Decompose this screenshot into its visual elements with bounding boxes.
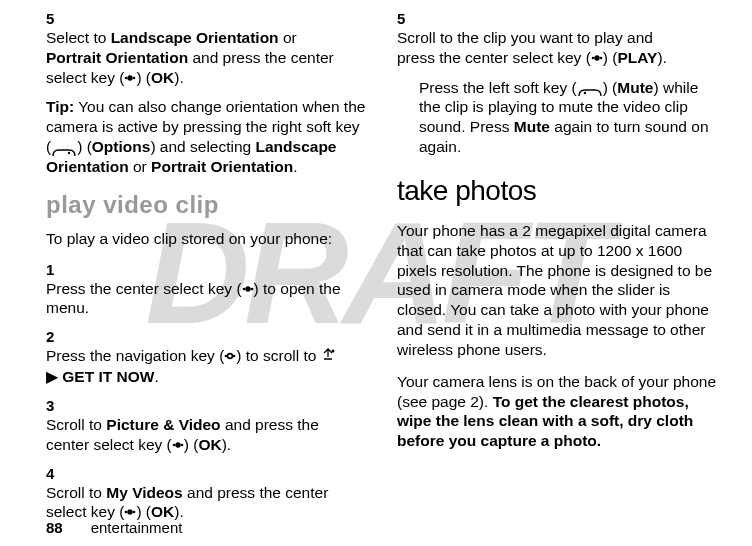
text: Select to [46, 29, 111, 46]
text: . [293, 158, 297, 175]
portrait-label: Portrait Orientation [46, 49, 188, 66]
play-step-3: 3 Scroll to Picture & Video and press th… [46, 397, 367, 455]
ok-label: OK [198, 436, 221, 453]
svg-point-11 [172, 443, 175, 446]
arrow-icon: ▶ [46, 368, 62, 385]
play-step-2: 2 Press the navigation key () to scroll … [46, 328, 367, 387]
svg-point-9 [233, 355, 236, 358]
center-key-icon [591, 53, 603, 63]
text: Scroll to [46, 484, 106, 501]
svg-point-2 [133, 76, 136, 79]
my-videos-label: My Videos [106, 484, 182, 501]
left-soft-key-icon [577, 83, 603, 94]
portrait-label: Portrait Orientation [151, 158, 293, 175]
step-number: 4 [46, 465, 68, 482]
svg-point-0 [125, 76, 128, 79]
right-step-5: 5 Scroll to the clip you want to play an… [397, 10, 718, 68]
text: Press the navigation key ( [46, 347, 224, 364]
svg-point-18 [594, 55, 599, 60]
text: Scroll to [46, 416, 106, 433]
svg-point-19 [600, 57, 603, 60]
ok-label: OK [151, 69, 174, 86]
step-number: 2 [46, 328, 68, 345]
tip-label: Tip: [46, 98, 74, 115]
options-label: Options [92, 138, 151, 155]
step-body: Press the center select key () to open t… [46, 279, 341, 319]
play-intro: To play a video clip stored on your phon… [46, 229, 367, 249]
step-body: Press the navigation key () to scroll to… [46, 346, 341, 387]
step-body: Select to Landscape Orientation or Portr… [46, 28, 341, 87]
text: ) ( [77, 138, 92, 155]
step-number: 3 [46, 397, 68, 414]
tip-paragraph: Tip: You can also change orientation whe… [46, 97, 367, 176]
get-it-now-icon [321, 347, 335, 367]
svg-point-4 [242, 287, 245, 290]
take-photos-para-1: Your phone has a 2 megapixel digital cam… [397, 221, 718, 360]
text: ). [174, 503, 183, 520]
nav-key-icon [224, 351, 236, 361]
svg-point-6 [250, 287, 253, 290]
mute-label: Mute [617, 79, 653, 96]
step-number: 5 [397, 10, 419, 27]
svg-point-5 [245, 286, 250, 291]
svg-point-15 [128, 510, 133, 515]
text: ) ( [184, 436, 199, 453]
text: Press the left soft key ( [419, 79, 577, 96]
page-content: 5 Select to Landscape Orientation or Por… [0, 0, 752, 532]
text: Press the center select key ( [46, 280, 242, 297]
take-photos-para-2: Your camera lens is on the back of your … [397, 372, 718, 451]
text: or [129, 158, 151, 175]
text: or [279, 29, 297, 46]
svg-point-16 [133, 511, 136, 514]
svg-point-17 [592, 57, 595, 60]
svg-point-8 [228, 354, 233, 359]
text: ). [657, 49, 666, 66]
text: ) and selecting [150, 138, 255, 155]
svg-point-10 [331, 350, 334, 353]
step-number: 5 [46, 10, 68, 27]
right-column: 5 Scroll to the clip you want to play an… [397, 10, 718, 532]
play-step-1: 1 Press the center select key () to open… [46, 261, 367, 319]
play-label: PLAY [617, 49, 657, 66]
step-body: Scroll to My Videos and press the center… [46, 483, 341, 523]
ok-label: OK [151, 503, 174, 520]
text: ) to scroll to [236, 347, 320, 364]
svg-point-3 [68, 151, 70, 153]
text: ) ( [136, 69, 151, 86]
landscape-label: Landscape Orientation [111, 29, 279, 46]
step-body: Scroll to Picture & Video and press the … [46, 415, 341, 455]
text: ). [174, 69, 183, 86]
center-key-icon [124, 73, 136, 83]
center-key-icon [242, 284, 254, 294]
play-step-4: 4 Scroll to My Videos and press the cent… [46, 465, 367, 523]
text: ) ( [603, 79, 618, 96]
text: ) ( [603, 49, 618, 66]
right-soft-key-icon [51, 143, 77, 154]
take-photos-heading: take photos [397, 175, 718, 207]
text: . [154, 368, 158, 385]
left-step-5: 5 Select to Landscape Orientation or Por… [46, 10, 367, 87]
svg-point-12 [175, 442, 180, 447]
svg-point-13 [180, 443, 183, 446]
center-key-icon [124, 507, 136, 517]
mute-label: Mute [514, 118, 550, 135]
svg-point-1 [128, 75, 133, 80]
svg-point-20 [583, 92, 585, 94]
svg-point-14 [125, 511, 128, 514]
picture-video-label: Picture & Video [106, 416, 220, 433]
left-column: 5 Select to Landscape Orientation or Por… [46, 10, 367, 532]
text: ). [222, 436, 231, 453]
step-number: 1 [46, 261, 68, 278]
get-it-now-label: GET IT NOW [62, 368, 154, 385]
center-key-icon [172, 440, 184, 450]
mute-paragraph: Press the left soft key () (Mute) while … [419, 78, 718, 157]
step-body: Scroll to the clip you want to play and … [397, 28, 692, 68]
play-video-clip-heading: play video clip [46, 191, 367, 219]
text: ) ( [136, 503, 151, 520]
